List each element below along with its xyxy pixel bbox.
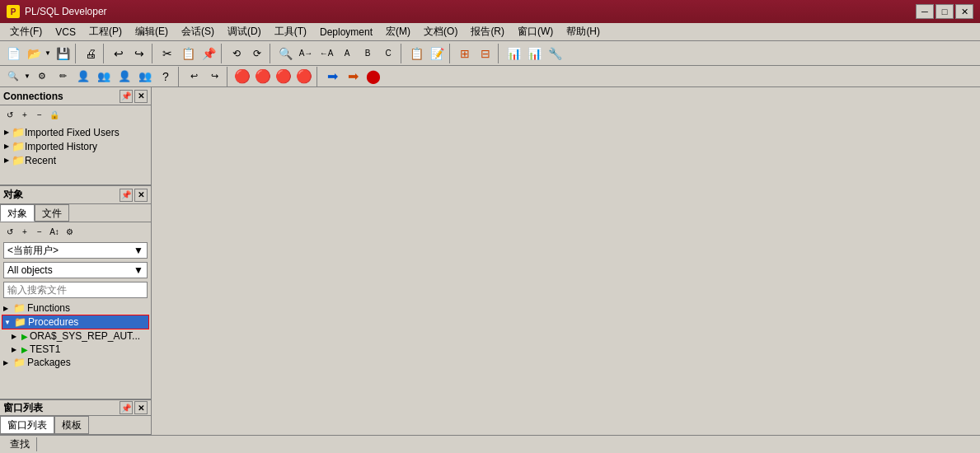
tb-btn10[interactable]: A (337, 44, 357, 63)
tree-arrow-history: ▶ (2, 142, 12, 150)
obj-refresh[interactable]: ↺ (3, 225, 16, 238)
objects-title: 对象 (3, 188, 118, 202)
tb-new-btn[interactable]: 📄 (3, 44, 23, 63)
obj-add[interactable]: + (18, 225, 31, 238)
tree-item-test1[interactable]: ▶ ▶ TEST1 (2, 343, 149, 356)
user-dropdown[interactable]: <当前用户> ▼ (3, 242, 148, 259)
connections-panel: Connections 📌 ✕ ↺ + − 🔒 ▶ 📁 Imported Fix… (0, 87, 151, 186)
tb-btn5[interactable]: ⟲ (227, 44, 246, 63)
tb-btn6[interactable]: ⟳ (247, 44, 267, 63)
menu-debug[interactable]: 调试(D) (221, 23, 268, 40)
connections-pin[interactable]: 📌 (120, 90, 133, 103)
proc-icon-test1: ▶ (21, 345, 28, 354)
obj-filter2[interactable]: ⚙ (63, 225, 76, 238)
tb-undo-btn[interactable]: ↩ (109, 44, 129, 63)
tb-btn19[interactable]: 🔧 (545, 44, 565, 63)
objects-close[interactable]: ✕ (134, 189, 148, 202)
obj-filter1[interactable]: A↕ (48, 225, 61, 238)
tree-item-procedures[interactable]: ▼ 📁 Procedures (2, 315, 149, 329)
tb2-search-dropdown[interactable]: ▼ (23, 67, 31, 86)
tb-copy-btn[interactable]: 📋 (178, 44, 198, 63)
tb2-btn10[interactable]: ↪ (204, 67, 224, 86)
tb2-btn17[interactable]: ⬤ (363, 67, 383, 86)
menu-deployment[interactable]: Deployment (313, 25, 379, 40)
tb2-btn4[interactable]: 👤 (73, 67, 93, 86)
titlebar: P PL/SQL Developer ─ □ ✕ (0, 0, 980, 23)
menu-vcs[interactable]: VCS (49, 25, 82, 40)
menu-help[interactable]: 帮助(H) (560, 23, 607, 40)
wl-tab-template[interactable]: 模板 (54, 416, 89, 434)
tab-files[interactable]: 文件 (35, 204, 69, 222)
tb2-btn16[interactable]: ➡ (343, 67, 363, 86)
tb-print-btn[interactable]: 🖨 (81, 44, 101, 63)
conn-remove[interactable]: − (33, 108, 46, 121)
tb-btn9[interactable]: ←A (317, 44, 336, 63)
tb2-btn12[interactable]: 🔴 (253, 67, 273, 86)
search-input[interactable] (3, 282, 148, 298)
tree-item-ora-sys[interactable]: ▶ ▶ ORA$_SYS_REP_AUT... (2, 329, 149, 343)
tab-objects[interactable]: 对象 (0, 204, 35, 222)
menu-macro[interactable]: 宏(M) (379, 23, 417, 40)
tb2-btn5[interactable]: 👥 (94, 67, 114, 86)
objects-tabs: 对象 文件 (0, 204, 151, 222)
tree-item-recent[interactable]: ▶ 📁 Recent (2, 153, 149, 167)
tb-btn7[interactable]: 🔍 (275, 44, 295, 63)
type-dropdown[interactable]: All objects ▼ (3, 262, 148, 278)
tb2-btn1[interactable]: 🔍 (3, 67, 23, 86)
tb2-btn14[interactable]: 🔴 (294, 67, 314, 86)
menubar: 文件(F) VCS 工程(P) 编辑(E) 会话(S) 调试(D) 工具(T) … (0, 23, 980, 41)
menu-tools[interactable]: 工具(T) (268, 23, 313, 40)
conn-refresh[interactable]: ↺ (3, 108, 16, 121)
tb2-btn3[interactable]: ✏ (53, 67, 73, 86)
maximize-button[interactable]: □ (935, 4, 954, 19)
menu-file[interactable]: 文件(F) (3, 23, 49, 40)
tb-btn11[interactable]: B (358, 44, 377, 63)
tb2-btn15[interactable]: ➡ (322, 67, 342, 86)
sep-t2 (178, 67, 181, 86)
winlist-close[interactable]: ✕ (134, 401, 148, 414)
minimize-button[interactable]: ─ (916, 4, 934, 19)
tb-btn15[interactable]: ⊞ (455, 44, 475, 63)
tb-btn18[interactable]: 📊 (524, 44, 544, 63)
tb2-btn9[interactable]: ↩ (184, 67, 204, 86)
tb-cut-btn[interactable]: ✂ (157, 44, 177, 63)
menu-edit[interactable]: 编辑(E) (129, 23, 175, 40)
tb-save-btn[interactable]: 💾 (53, 44, 73, 63)
tb2-btn8[interactable]: ? (156, 67, 176, 86)
tree-arrow-fixed: ▶ (2, 128, 12, 136)
folder-icon-procedures: 📁 (14, 316, 26, 328)
tb-open-dropdown[interactable]: ▼ (44, 44, 52, 63)
menu-window[interactable]: 窗口(W) (511, 23, 560, 40)
menu-docs[interactable]: 文档(O) (417, 23, 464, 40)
tree-item-history[interactable]: ▶ 📁 Imported History (2, 139, 149, 153)
tb2-btn2[interactable]: ⚙ (32, 67, 52, 86)
tb2-btn6[interactable]: 👤 (115, 67, 134, 86)
objects-pin[interactable]: 📌 (120, 189, 133, 202)
winlist-pin[interactable]: 📌 (120, 401, 133, 414)
tree-item-packages[interactable]: ▶ 📁 Packages (2, 356, 149, 369)
tb-btn17[interactable]: 📊 (504, 44, 523, 63)
menu-reports[interactable]: 报告(R) (464, 23, 511, 40)
tb2-btn13[interactable]: 🔴 (274, 67, 293, 86)
tb-paste-btn[interactable]: 📌 (199, 44, 218, 63)
tree-item-fixed-users[interactable]: ▶ 📁 Imported Fixed Users (2, 125, 149, 139)
tb2-btn7[interactable]: 👥 (135, 67, 155, 86)
arrow-ora-sys: ▶ (12, 333, 21, 340)
conn-add[interactable]: + (18, 108, 31, 121)
tb-btn16[interactable]: ⊟ (476, 44, 495, 63)
tree-item-functions[interactable]: ▶ 📁 Functions (2, 301, 149, 315)
conn-lock[interactable]: 🔒 (48, 108, 61, 121)
menu-session[interactable]: 会话(S) (175, 23, 221, 40)
obj-remove[interactable]: − (33, 225, 46, 238)
tb-btn8[interactable]: A→ (296, 44, 316, 63)
wl-tab-list[interactable]: 窗口列表 (0, 416, 54, 434)
tb2-btn11[interactable]: 🔴 (232, 67, 252, 86)
tb-open-btn[interactable]: 📂 (24, 44, 44, 63)
tb-btn13[interactable]: 📋 (406, 44, 426, 63)
tb-redo-btn[interactable]: ↪ (129, 44, 149, 63)
connections-close[interactable]: ✕ (134, 90, 148, 103)
menu-project[interactable]: 工程(P) (82, 23, 129, 40)
tb-btn14[interactable]: 📝 (427, 44, 447, 63)
close-button[interactable]: ✕ (955, 4, 973, 19)
tb-btn12[interactable]: C (378, 44, 398, 63)
